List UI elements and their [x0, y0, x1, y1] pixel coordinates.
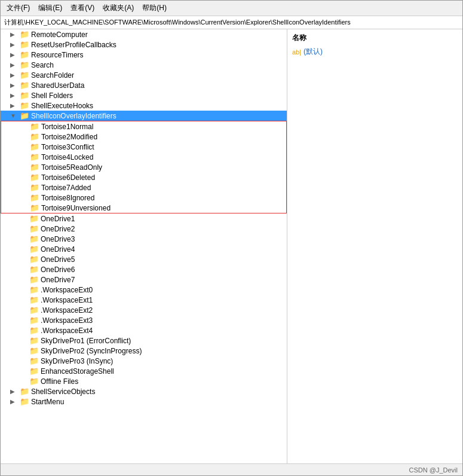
- tree-item-label: .WorkspaceExt0: [41, 286, 93, 294]
- registry-tree[interactable]: ▶📁RemoteComputer▶📁ResetUserProfileCallba…: [1, 29, 287, 463]
- folder-icon: 📁: [20, 50, 29, 59]
- tree-item-tortoise2[interactable]: 📁Tortoise2Modified: [1, 132, 286, 142]
- folder-icon: 📁: [30, 203, 39, 212]
- menu-file[interactable]: 文件(F): [3, 2, 33, 14]
- tree-item-enhanced-storage[interactable]: 📁EnhancedStorageShell: [1, 366, 287, 376]
- tree-item-tortoise4[interactable]: 📁Tortoise4Locked: [1, 152, 286, 162]
- folder-icon: 📁: [30, 193, 39, 202]
- tree-item-onedrive2[interactable]: 📁OneDrive2: [1, 224, 287, 234]
- tree-item-workspaceext3[interactable]: 📁.WorkspaceExt3: [1, 315, 287, 325]
- tree-item-onedrive3[interactable]: 📁OneDrive3: [1, 234, 287, 244]
- tree-item-label: SkyDrivePro2 (SyncInProgress): [41, 347, 142, 355]
- tree-item-shared-user-data[interactable]: ▶📁SharedUserData: [1, 80, 287, 90]
- folder-icon: 📁: [20, 60, 29, 69]
- expand-arrow: ▶: [10, 398, 20, 405]
- registry-editor-window: 文件(F) 编辑(E) 查看(V) 收藏夹(A) 帮助(H) 计算机\HKEY_…: [0, 0, 463, 476]
- expand-arrow: ▶: [10, 388, 20, 395]
- tree-item-search[interactable]: ▶📁Search: [1, 60, 287, 70]
- tree-item-label: OneDrive2: [41, 225, 75, 233]
- folder-icon: 📁: [29, 224, 39, 233]
- folder-icon: 📁: [29, 234, 39, 243]
- tree-item-skydrivepro2[interactable]: 📁SkyDrivePro2 (SyncInProgress): [1, 346, 287, 356]
- folder-icon: 📁: [20, 40, 29, 49]
- right-pane-header: 名称: [290, 32, 460, 44]
- menu-favorites[interactable]: 收藏夹(A): [99, 2, 137, 14]
- expand-arrow: ▶: [10, 72, 20, 78]
- tree-item-label: Search: [31, 61, 54, 69]
- folder-icon: 📁: [30, 163, 39, 172]
- tree-item-label: .WorkspaceExt3: [41, 316, 93, 325]
- tree-item-remote-computer[interactable]: ▶📁RemoteComputer: [1, 29, 287, 39]
- tree-item-label: OneDrive5: [41, 255, 75, 264]
- folder-icon: 📁: [20, 111, 29, 120]
- tortoise-group: 📁Tortoise1Normal 📁Tortoise2Modified 📁Tor…: [1, 121, 287, 213]
- tree-item-label: ResourceTimers: [31, 51, 84, 59]
- folder-icon: 📁: [30, 152, 39, 161]
- tree-item-reset-user-profile[interactable]: ▶📁ResetUserProfileCallbacks: [1, 39, 287, 50]
- tree-item-workspaceext4[interactable]: 📁.WorkspaceExt4: [1, 325, 287, 335]
- statusbar: CSDN @J_Devil: [1, 463, 462, 475]
- tree-item-label: Shell Folders: [31, 91, 73, 100]
- tree-item-tortoise1[interactable]: 📁Tortoise1Normal: [1, 121, 286, 132]
- folder-icon: 📁: [29, 367, 39, 376]
- folder-icon: 📁: [30, 183, 39, 192]
- right-pane: 名称 ab| (默认): [287, 29, 462, 463]
- menu-view[interactable]: 查看(V): [67, 2, 98, 14]
- folder-icon: 📁: [29, 377, 39, 386]
- expand-arrow: ▶: [10, 102, 20, 109]
- tree-item-resource-timers[interactable]: ▶📁ResourceTimers: [1, 50, 287, 60]
- tree-item-label: StartMenu: [31, 398, 64, 406]
- tree-item-tortoise9[interactable]: 📁Tortoise9Unversioned: [1, 203, 286, 213]
- string-icon: ab|: [292, 48, 301, 56]
- tree-item-onedrive1[interactable]: 📁OneDrive1: [1, 213, 287, 224]
- folder-icon: 📁: [29, 285, 39, 294]
- tree-item-label: OneDrive6: [41, 266, 75, 274]
- tree-item-label: Tortoise8Ignored: [41, 194, 94, 202]
- statusbar-credit: CSDN @J_Devil: [409, 466, 458, 474]
- folder-icon: 📁: [30, 132, 39, 141]
- tree-item-tortoise5[interactable]: 📁Tortoise5ReadOnly: [1, 162, 286, 172]
- tree-item-offline-files[interactable]: 📁Offline Files: [1, 376, 287, 386]
- tree-item-workspaceext1[interactable]: 📁.WorkspaceExt1: [1, 295, 287, 305]
- folder-icon: 📁: [29, 265, 39, 274]
- tree-item-shell-execute-hooks[interactable]: ▶📁ShellExecuteHooks: [1, 100, 287, 111]
- folder-icon: 📁: [29, 346, 39, 355]
- tree-item-shell-folders[interactable]: ▶📁Shell Folders: [1, 90, 287, 100]
- folder-icon: 📁: [20, 30, 29, 39]
- tree-item-onedrive7[interactable]: 📁OneDrive7: [1, 274, 287, 285]
- folder-icon: 📁: [29, 214, 39, 223]
- tree-item-label: ResetUserProfileCallbacks: [31, 41, 116, 49]
- tree-item-workspaceext0[interactable]: 📁.WorkspaceExt0: [1, 285, 287, 295]
- tree-item-label: Offline Files: [41, 377, 78, 386]
- tree-item-onedrive5[interactable]: 📁OneDrive5: [1, 254, 287, 264]
- folder-icon: 📁: [20, 71, 29, 80]
- folder-icon: 📁: [29, 356, 39, 365]
- tree-item-onedrive6[interactable]: 📁OneDrive6: [1, 264, 287, 274]
- menu-edit[interactable]: 编辑(E): [35, 2, 66, 14]
- menu-bar: 文件(F) 编辑(E) 查看(V) 收藏夹(A) 帮助(H): [1, 1, 462, 16]
- tree-item-tortoise6[interactable]: 📁Tortoise6Deleted: [1, 172, 286, 182]
- tree-item-start-menu[interactable]: ▶📁StartMenu: [1, 396, 287, 407]
- tree-item-tortoise7[interactable]: 📁Tortoise7Added: [1, 182, 286, 193]
- expand-arrow: ▶: [10, 82, 20, 89]
- tree-item-label: .WorkspaceExt2: [41, 306, 93, 315]
- expand-arrow: ▶: [10, 31, 20, 38]
- folder-icon: 📁: [29, 245, 39, 254]
- folder-icon: 📁: [20, 91, 29, 100]
- tree-item-tortoise8[interactable]: 📁Tortoise8Ignored: [1, 193, 286, 203]
- tree-item-search-folder[interactable]: ▶📁SearchFolder: [1, 70, 287, 80]
- tree-item-shell-icon-overlay[interactable]: ▼📁ShellIconOverlayIdentifiers: [1, 111, 287, 121]
- expand-arrow: ▶: [10, 62, 20, 68]
- folder-icon: 📁: [20, 81, 29, 90]
- tree-item-tortoise3[interactable]: 📁Tortoise3Conflict: [1, 142, 286, 152]
- tree-item-workspaceext2[interactable]: 📁.WorkspaceExt2: [1, 305, 287, 315]
- tree-item-label: ShellExecuteHooks: [31, 102, 93, 110]
- tree-item-shell-service-objects[interactable]: ▶📁ShellServiceObjects: [1, 386, 287, 396]
- folder-icon: 📁: [29, 336, 39, 345]
- tree-item-skydrivepro3[interactable]: 📁SkyDrivePro3 (InSync): [1, 356, 287, 366]
- tree-item-label: SkyDrivePro1 (ErrorConflict): [41, 337, 131, 345]
- tree-item-skydrivepro1[interactable]: 📁SkyDrivePro1 (ErrorConflict): [1, 335, 287, 346]
- tree-item-onedrive4[interactable]: 📁OneDrive4: [1, 244, 287, 254]
- main-content: ▶📁RemoteComputer▶📁ResetUserProfileCallba…: [1, 29, 462, 463]
- menu-help[interactable]: 帮助(H): [139, 2, 170, 14]
